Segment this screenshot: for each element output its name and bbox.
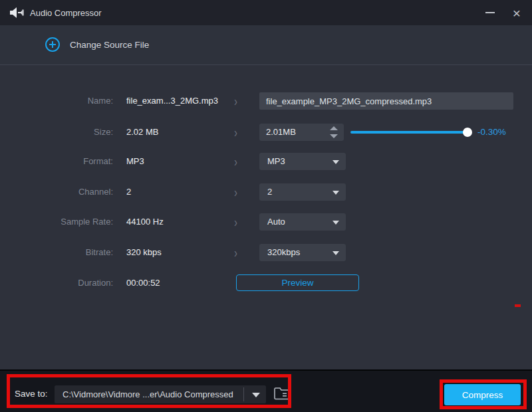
header: Change Source File	[0, 25, 532, 65]
chevron-right-icon: ›	[234, 241, 237, 264]
source-duration-value: 00:00:52	[126, 274, 160, 292]
preview-button[interactable]: Preview	[236, 274, 359, 291]
bitrate-selected-value: 320kbps	[267, 244, 300, 261]
chevron-right-icon: ›	[234, 150, 237, 173]
output-name-input[interactable]	[259, 92, 513, 110]
channel-label: Channel:	[0, 183, 113, 201]
sample-rate-row: Sample Rate: 44100 Hz › Auto	[0, 213, 532, 231]
channel-dropdown[interactable]: 2	[259, 183, 346, 201]
change-source-file-button[interactable]: Change Source File	[45, 37, 149, 52]
source-sample-rate-value: 44100 Hz	[126, 213, 164, 231]
folder-icon	[273, 385, 291, 401]
caret-down-icon	[332, 221, 339, 225]
sample-rate-dropdown[interactable]: Auto	[259, 213, 346, 231]
save-path-input[interactable]	[55, 385, 242, 403]
add-circle-icon	[45, 37, 60, 52]
caret-down-icon	[332, 160, 339, 164]
size-slider[interactable]	[350, 131, 470, 134]
caret-down-icon	[332, 251, 339, 255]
name-row: Name: file_exam...3_2MG.mp3 ›	[0, 92, 532, 110]
spinner-arrows	[330, 126, 338, 138]
field-divider	[243, 387, 244, 401]
bitrate-dropdown[interactable]: 320kbps	[259, 244, 346, 261]
size-row: Size: 2.02 MB › 2.01MB -0.30%	[0, 124, 532, 141]
size-spinner[interactable]: 2.01MB	[259, 124, 344, 141]
change-source-file-label: Change Source File	[70, 40, 149, 50]
spinner-down-icon[interactable]	[330, 134, 338, 138]
channel-selected-value: 2	[267, 183, 272, 201]
bitrate-row: Bitrate: 320 kbps › 320kbps	[0, 244, 532, 261]
size-spinner-value: 2.01MB	[266, 124, 296, 141]
source-name-value: file_exam...3_2MG.mp3	[126, 92, 218, 110]
sample-rate-label: Sample Rate:	[0, 213, 113, 231]
slider-thumb[interactable]	[463, 128, 472, 137]
caret-down-icon	[332, 191, 339, 195]
format-label: Format:	[0, 153, 113, 170]
compress-button[interactable]: Compress	[444, 384, 521, 405]
browse-folder-button[interactable]	[272, 383, 292, 405]
size-label: Size:	[0, 124, 113, 141]
source-bitrate-value: 320 kbps	[126, 244, 162, 261]
settings-panel: Name: file_exam...3_2MG.mp3 › Size: 2.02…	[0, 65, 532, 369]
audio-compressor-window: Audio Compressor × Change Source File Na…	[0, 0, 532, 412]
name-label: Name:	[0, 92, 113, 110]
save-to-label: Save to:	[15, 384, 48, 404]
sample-rate-selected-value: Auto	[267, 213, 285, 231]
format-selected-value: MP3	[267, 153, 285, 170]
close-button[interactable]: ×	[501, 0, 532, 25]
speaker-compress-icon	[9, 7, 24, 19]
chevron-right-icon: ›	[234, 121, 237, 144]
format-dropdown[interactable]: MP3	[259, 153, 346, 170]
duration-label: Duration:	[0, 274, 113, 292]
slider-track	[350, 131, 467, 134]
save-path-caret-down-icon[interactable]	[252, 393, 260, 397]
minimize-icon	[485, 12, 495, 13]
source-size-value: 2.02 MB	[126, 124, 158, 141]
bitrate-label: Bitrate:	[0, 244, 113, 261]
duration-row: Duration: 00:00:52 Preview	[0, 274, 532, 292]
title-bar: Audio Compressor ×	[0, 0, 532, 25]
chevron-right-icon: ›	[234, 90, 237, 112]
window-title: Audio Compressor	[30, 8, 102, 18]
source-channel-value: 2	[126, 183, 131, 201]
save-path-field	[55, 385, 266, 403]
chevron-right-icon: ›	[234, 211, 237, 233]
spinner-up-icon[interactable]	[330, 126, 338, 130]
chevron-right-icon: ›	[234, 181, 237, 203]
minimize-button[interactable]	[479, 0, 501, 25]
format-row: Format: MP3 › MP3	[0, 153, 532, 170]
source-format-value: MP3	[126, 153, 144, 170]
window-controls: ×	[479, 0, 532, 25]
size-reduction-percent: -0.30%	[477, 124, 506, 141]
channel-row: Channel: 2 › 2	[0, 183, 532, 201]
